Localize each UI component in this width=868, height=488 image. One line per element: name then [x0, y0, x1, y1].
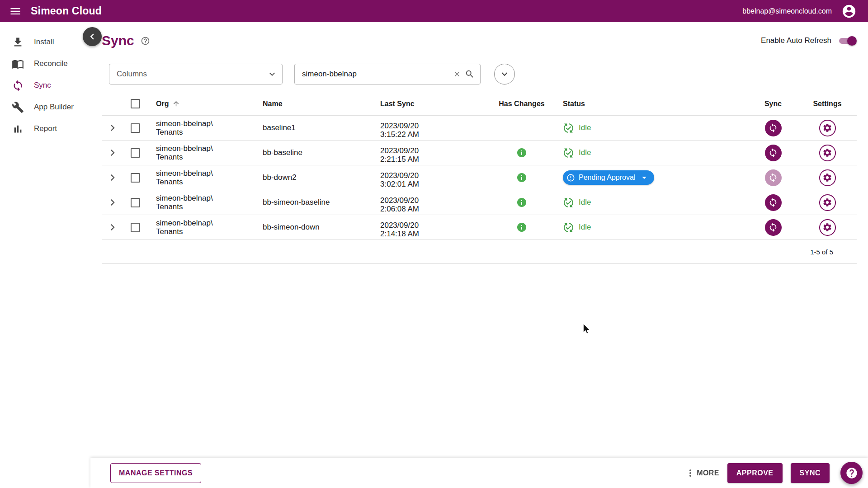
status-label: Idle — [579, 148, 591, 157]
last-sync-cell: 2023/09/203:02:01 AM — [375, 167, 488, 188]
status-label: Idle — [579, 223, 591, 232]
user-email: bbelnap@simeoncloud.com — [742, 7, 832, 15]
has-changes-cell — [488, 222, 556, 233]
search-input[interactable] — [302, 70, 453, 79]
name-cell: bb-down2 — [263, 173, 297, 182]
table-row: simeon-bbelnap\Tenants bb-simeon-baselin… — [102, 190, 857, 215]
status-cell: Idle — [556, 197, 748, 208]
header-has-changes: Has Changes — [499, 100, 544, 108]
idle-sync-check-icon — [563, 122, 574, 134]
org-cell: simeon-bbelnap\Tenants — [156, 169, 213, 186]
row-settings-button[interactable] — [819, 145, 836, 161]
has-changes-info-icon[interactable] — [516, 147, 527, 158]
row-expand-icon[interactable] — [105, 145, 120, 160]
has-changes-info-icon[interactable] — [516, 172, 527, 183]
table-row: simeon-bbelnap\Tenants bb-down2 2023/09/… — [102, 165, 857, 190]
name-cell: bb-simeon-down — [263, 223, 320, 232]
status-cell: Idle — [556, 147, 748, 159]
row-sync-button[interactable] — [765, 169, 782, 186]
row-settings-button[interactable] — [819, 120, 836, 136]
status-label: Idle — [579, 198, 591, 207]
app-title: Simeon Cloud — [31, 5, 102, 17]
select-all-checkbox[interactable] — [131, 99, 140, 108]
row-sync-button[interactable] — [765, 145, 782, 161]
idle-sync-check-icon — [563, 222, 574, 233]
header-name[interactable]: Name — [263, 100, 283, 108]
kebab-icon — [685, 468, 696, 479]
table-row: simeon-bbelnap\Tenants baseline1 2023/09… — [102, 116, 857, 141]
table-row: simeon-bbelnap\Tenants bb-baseline 2023/… — [102, 141, 857, 165]
row-sync-button[interactable] — [765, 194, 782, 211]
row-checkbox[interactable] — [131, 123, 140, 133]
status-idle: Idle — [563, 122, 591, 134]
warning-circle-icon — [566, 174, 575, 182]
clear-search-icon[interactable] — [453, 70, 461, 78]
status-cell: Idle — [556, 122, 748, 134]
caret-down-icon — [639, 172, 650, 183]
row-checkbox[interactable] — [131, 148, 140, 158]
auto-refresh-toggle[interactable] — [838, 36, 857, 46]
status-cell: Idle — [556, 222, 748, 233]
org-cell: simeon-bbelnap\Tenants — [156, 219, 213, 236]
org-cell: simeon-bbelnap\Tenants — [156, 119, 213, 136]
sidebar-item-label: Report — [34, 124, 57, 133]
idle-sync-check-icon — [563, 147, 574, 159]
table-row: simeon-bbelnap\Tenants bb-simeon-down 20… — [102, 215, 857, 240]
columns-select[interactable]: Columns — [109, 64, 283, 84]
row-settings-button[interactable] — [819, 194, 836, 211]
collapse-sidebar-button[interactable] — [83, 27, 102, 46]
row-expand-icon[interactable] — [105, 220, 120, 235]
pending-approval-button[interactable]: Pending Approval — [563, 170, 654, 185]
download-icon — [12, 36, 24, 48]
book-icon — [12, 58, 24, 70]
sidebar-item-reconcile[interactable]: Reconcile — [0, 53, 90, 75]
name-cell: bb-baseline — [263, 148, 302, 157]
row-expand-icon[interactable] — [105, 195, 120, 210]
row-checkbox[interactable] — [131, 198, 140, 207]
status-idle: Idle — [563, 147, 591, 159]
app-bar: Simeon Cloud bbelnap@simeoncloud.com — [0, 0, 868, 22]
account-circle-icon[interactable] — [840, 2, 858, 20]
row-expand-icon[interactable] — [105, 120, 120, 136]
sync-table-body: simeon-bbelnap\Tenants baseline1 2023/09… — [102, 116, 857, 240]
sidebar-item-install[interactable]: Install — [0, 31, 90, 53]
hamburger-menu-icon[interactable] — [5, 0, 26, 22]
sidebar-item-report[interactable]: Report — [0, 118, 90, 140]
row-checkbox[interactable] — [131, 173, 140, 183]
sync-table: Org Name Last Sync Has Changes Status Sy… — [102, 92, 857, 264]
last-sync-cell: 2023/09/202:14:18 AM — [375, 217, 488, 238]
header-org[interactable]: Org — [156, 100, 169, 108]
status-idle: Idle — [563, 197, 591, 208]
help-fab-button[interactable] — [840, 462, 863, 484]
has-changes-info-icon[interactable] — [516, 197, 527, 208]
row-sync-button[interactable] — [765, 120, 782, 136]
row-expand-icon[interactable] — [105, 170, 120, 185]
sync-button[interactable]: SYNC — [791, 463, 830, 483]
help-icon[interactable] — [141, 36, 150, 46]
expand-filters-button[interactable] — [494, 64, 515, 84]
sort-ascending-icon[interactable] — [172, 100, 180, 108]
row-sync-button[interactable] — [765, 219, 782, 236]
main-content: Sync Enable Auto Refresh Columns — [90, 22, 868, 458]
row-settings-button[interactable] — [819, 219, 836, 236]
row-settings-button[interactable] — [819, 169, 836, 186]
search-icon[interactable] — [465, 69, 475, 79]
status-cell: Pending Approval — [556, 170, 748, 185]
header-status: Status — [563, 100, 585, 108]
row-checkbox[interactable] — [131, 223, 140, 232]
approve-button[interactable]: APPROVE — [727, 463, 783, 483]
chevron-down-icon — [267, 69, 278, 80]
auto-refresh-label: Enable Auto Refresh — [761, 36, 831, 45]
has-changes-cell — [488, 147, 556, 158]
manage-settings-button[interactable]: MANAGE SETTINGS — [110, 463, 201, 483]
has-changes-info-icon[interactable] — [516, 222, 527, 233]
sidebar-item-app-builder[interactable]: App Builder — [0, 96, 90, 118]
header-sync: Sync — [764, 100, 782, 108]
more-button[interactable]: MORE — [685, 468, 719, 479]
header-last-sync[interactable]: Last Sync — [380, 100, 415, 108]
table-header-row: Org Name Last Sync Has Changes Status Sy… — [102, 92, 857, 116]
columns-select-label: Columns — [117, 70, 147, 79]
pagination-label: 1-5 of 5 — [810, 248, 833, 256]
sidebar-item-sync[interactable]: Sync — [0, 75, 90, 96]
wrench-icon — [12, 101, 24, 113]
